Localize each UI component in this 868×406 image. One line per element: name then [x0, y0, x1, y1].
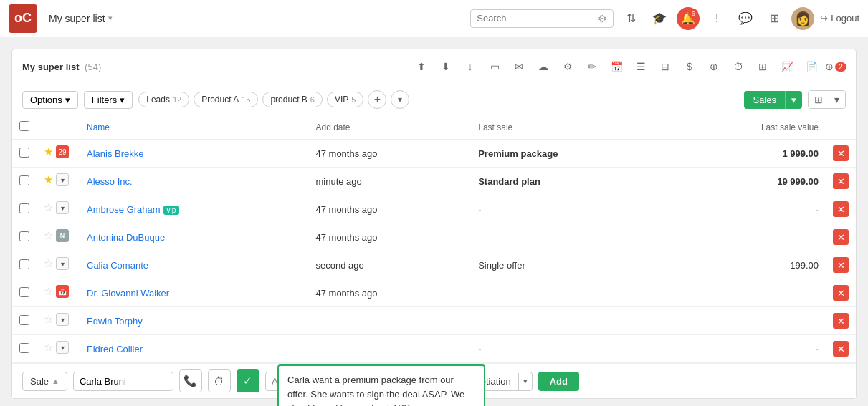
star-icon[interactable]: ☆	[44, 229, 53, 242]
contact-name[interactable]: Calia Comante	[87, 260, 148, 271]
add-date: minute ago	[308, 168, 471, 195]
contact-name[interactable]: Alanis Brekke	[87, 148, 143, 159]
star-icon[interactable]: ☆	[44, 285, 53, 298]
row-checkbox[interactable]	[19, 148, 29, 158]
duplicate-icon[interactable]: ⊕	[704, 57, 724, 77]
chat-icon[interactable]: 💬	[734, 7, 757, 30]
sale-type-button[interactable]: Sale ▲	[22, 372, 67, 391]
contacts-table: Name Add date Last sale Last sale value …	[12, 115, 856, 363]
filters-button[interactable]: Filters ▾	[84, 91, 133, 109]
table-icon[interactable]: ⊞	[753, 57, 773, 77]
tag-product-a[interactable]: Product A 15	[194, 92, 258, 107]
row-checkbox[interactable]	[19, 259, 29, 269]
last-sale: -	[471, 195, 672, 223]
row-checkbox[interactable]	[19, 343, 29, 353]
star-icon[interactable]: ☆	[44, 341, 53, 354]
exclamation-icon[interactable]: !	[705, 7, 728, 30]
star-icon[interactable]: ☆	[44, 257, 53, 270]
calendar-icon[interactable]: 📅	[606, 57, 626, 77]
email-icon[interactable]: ✉	[509, 57, 529, 77]
avatar[interactable]: 👩	[791, 7, 814, 30]
star-icon[interactable]: ★	[44, 145, 53, 158]
list-view-button[interactable]: ▾	[829, 91, 845, 108]
list-title[interactable]: My super list ▾	[49, 13, 113, 24]
row-checkbox[interactable]	[19, 315, 29, 325]
import-icon[interactable]: ⬆	[411, 57, 431, 77]
delete-button[interactable]: ✕	[833, 285, 849, 301]
delete-button[interactable]: ✕	[833, 201, 849, 217]
tablet-icon[interactable]: ▭	[485, 57, 505, 77]
table-row: ☆▾Calia Comantesecond agoSingle offer199…	[12, 251, 856, 279]
row-checkbox[interactable]	[19, 175, 29, 185]
sales-caret-button[interactable]: ▾	[785, 91, 802, 109]
options-button[interactable]: Options ▾	[22, 91, 78, 109]
add-button[interactable]: Add	[538, 372, 579, 391]
more-tags-button[interactable]: ▾	[391, 90, 409, 109]
filters-icon[interactable]: ⇅	[619, 7, 642, 30]
export-icon[interactable]: ⬇	[436, 57, 456, 77]
last-sale-value: -	[672, 223, 826, 251]
contact-name[interactable]: Eldred Collier	[87, 344, 143, 354]
sales-button[interactable]: Sales	[744, 91, 785, 109]
note-popup: Carla want a premium package from our of…	[277, 364, 485, 406]
delete-button[interactable]: ✕	[833, 145, 849, 161]
contacts-card: My super list (54) ⬆ ⬇ ↓ ▭ ✉ ☁ ⚙ ✏ 📅 ☰ ⊟…	[11, 49, 857, 399]
dropdown-icon[interactable]: ▾	[56, 313, 69, 326]
clock-icon-button[interactable]: ⏱	[208, 369, 231, 392]
check-icon-button[interactable]: ✓	[237, 369, 259, 392]
grid-icon[interactable]: ⊞	[763, 7, 786, 30]
star-icon[interactable]: ★	[44, 173, 53, 186]
doc-icon[interactable]: 📄	[801, 57, 821, 77]
dollar-icon[interactable]: $	[679, 57, 700, 77]
graduation-icon[interactable]: 🎓	[648, 7, 671, 30]
contact-name[interactable]: Alesso Inc.	[87, 176, 133, 187]
contact-name-input[interactable]	[73, 372, 173, 391]
cloud-icon[interactable]: ☁	[533, 57, 553, 77]
bell-icon[interactable]: 🔔 6	[677, 7, 700, 30]
pencil-icon[interactable]: ✏	[582, 57, 602, 77]
columns-icon[interactable]: ⊟	[655, 57, 675, 77]
tag-product-b[interactable]: product B 6	[262, 92, 323, 107]
settings-icon[interactable]: ⊕ 2	[826, 57, 846, 77]
dropdown-icon[interactable]: ▾	[56, 201, 69, 214]
select-all-checkbox[interactable]	[19, 121, 29, 131]
contact-name[interactable]: Antonina DuBuque	[87, 232, 165, 243]
contact-name[interactable]: Edwin Torphy	[87, 316, 143, 327]
sales-buttons: Sales ▾	[744, 91, 802, 109]
list-dropdown-icon[interactable]: ▾	[108, 14, 113, 23]
add-tag-button[interactable]: +	[368, 90, 386, 109]
grid-view-button[interactable]: ⊞	[809, 91, 829, 108]
col-name[interactable]: Name	[80, 115, 308, 140]
search-settings-icon[interactable]: ⚙	[598, 13, 607, 24]
logout-button[interactable]: ↪ Logout	[820, 13, 859, 24]
calendar-icon[interactable]: 29	[56, 145, 69, 158]
row-checkbox[interactable]	[19, 203, 29, 213]
tag-vip[interactable]: VIP 5	[327, 92, 363, 107]
contact-name[interactable]: Ambrose Graham	[87, 204, 161, 215]
row-checkbox[interactable]	[19, 287, 29, 297]
n-badge-icon[interactable]: N	[56, 229, 69, 242]
star-icon[interactable]: ☆	[44, 201, 53, 214]
dropdown-icon[interactable]: ▾	[56, 341, 69, 354]
list-icon[interactable]: ☰	[631, 57, 651, 77]
tag-leads[interactable]: Leads 12	[138, 92, 189, 107]
last-sale: Single offer	[471, 251, 672, 279]
delete-button[interactable]: ✕	[833, 173, 849, 189]
row-checkbox[interactable]	[19, 231, 29, 241]
calendar-icon[interactable]: 📅	[56, 285, 69, 298]
star-icon[interactable]: ☆	[44, 313, 53, 326]
gear-icon[interactable]: ⚙	[558, 57, 578, 77]
delete-button[interactable]: ✕	[833, 229, 849, 245]
dropdown-icon[interactable]: ▾	[56, 257, 69, 270]
clock-icon[interactable]: ⏱	[728, 57, 748, 77]
phone-icon-button[interactable]: 📞	[179, 369, 202, 392]
delete-button[interactable]: ✕	[833, 257, 849, 273]
chart-icon[interactable]: 📈	[777, 57, 797, 77]
dropdown-icon[interactable]: ▾	[56, 173, 69, 186]
contact-name[interactable]: Dr. Giovanni Walker	[87, 288, 169, 299]
delete-button[interactable]: ✕	[833, 341, 849, 357]
negotiation-caret-icon[interactable]: ▾	[518, 373, 532, 390]
delete-button[interactable]: ✕	[833, 313, 849, 329]
search-input[interactable]	[477, 13, 598, 24]
download-icon[interactable]: ↓	[460, 57, 480, 77]
